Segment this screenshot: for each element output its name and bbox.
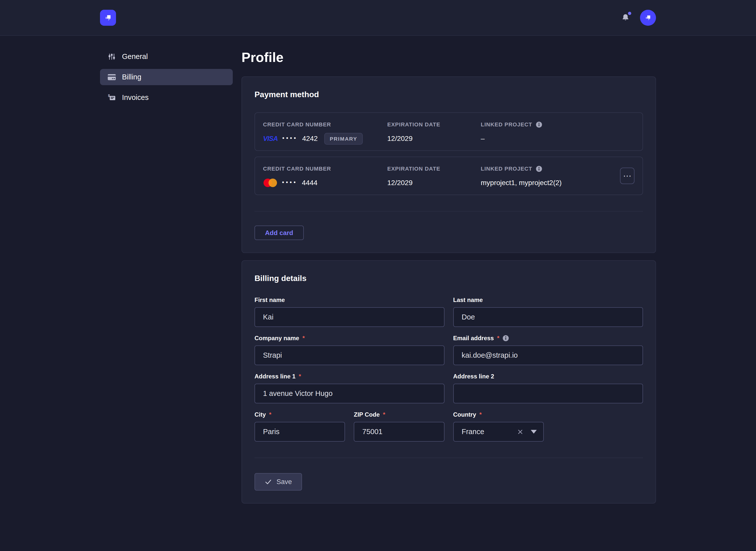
notification-dot (628, 12, 631, 15)
city-field-group: City* (254, 411, 345, 442)
card-last4: 4242 (302, 135, 318, 143)
masked-digits: •••• (282, 135, 298, 142)
sidebar-item-billing[interactable]: Billing (100, 69, 233, 85)
sidebar-item-invoices[interactable]: $ Invoices (100, 89, 233, 106)
topbar (0, 0, 756, 36)
payment-method-title: Payment method (254, 89, 643, 99)
country-field-group: Country* France (453, 411, 544, 442)
required-asterisk: * (299, 373, 301, 380)
required-asterisk: * (497, 335, 499, 342)
page-title: Profile (242, 50, 656, 64)
first-name-field-group: First name (254, 296, 445, 327)
last-name-field-group: Last name (453, 296, 643, 327)
required-asterisk: * (269, 411, 271, 418)
sidebar-item-label: Billing (122, 73, 141, 81)
address-line2-field-group: Address line 2 (453, 373, 643, 403)
info-icon[interactable] (536, 121, 542, 128)
invoice-icon: $ (107, 93, 116, 102)
card-more-options-button[interactable]: ⋯ (620, 167, 635, 184)
required-asterisk: * (302, 335, 305, 342)
billing-details-card: Billing details First name Last name Com… (242, 260, 656, 504)
address-line1-input[interactable] (254, 384, 445, 403)
zip-code-field-group: ZIP Code* (354, 411, 444, 442)
linked-project-value: – (481, 135, 485, 143)
linked-project-value: myproject1, myproject2(2) (481, 179, 562, 187)
country-select[interactable]: France (453, 422, 544, 442)
zip-code-label: ZIP Code (354, 411, 380, 418)
masked-digits: •••• (282, 179, 297, 186)
sidebar-item-label: Invoices (122, 93, 149, 102)
zip-code-input[interactable] (354, 422, 444, 442)
required-asterisk: * (383, 411, 385, 418)
expiration-date-value: 12/2029 (387, 179, 413, 187)
sidebar-item-general[interactable]: General (100, 48, 233, 65)
company-name-input[interactable] (254, 346, 445, 365)
bell-icon (621, 13, 629, 22)
billing-details-title: Billing details (254, 273, 643, 283)
last-name-input[interactable] (453, 307, 643, 327)
country-value: France (462, 428, 484, 436)
visa-logo: VISA (263, 135, 278, 143)
sidebar-item-label: General (122, 52, 148, 61)
svg-text:$: $ (108, 94, 110, 98)
email-label: Email address (453, 335, 494, 342)
credit-card-row-mastercard: CREDIT CARD NUMBER •••• 4444 EXPIRATION … (254, 157, 643, 195)
payment-divider (254, 211, 643, 211)
save-button-label: Save (276, 478, 292, 486)
notifications-button[interactable] (621, 13, 630, 22)
required-asterisk: * (480, 411, 482, 418)
address-line1-field-group: Address line 1* (254, 373, 445, 403)
address-line1-label: Address line 1 (254, 373, 295, 380)
credit-card-icon (107, 73, 116, 81)
credit-card-number-label: CREDIT CARD NUMBER (263, 121, 387, 128)
settings-sidebar: General Billing $ (100, 48, 233, 519)
user-avatar[interactable] (640, 10, 656, 26)
first-name-input[interactable] (254, 307, 445, 327)
card-last4: 4444 (302, 179, 317, 187)
credit-card-number-label: CREDIT CARD NUMBER (263, 165, 387, 172)
clear-icon[interactable] (517, 428, 524, 435)
city-input[interactable] (254, 422, 345, 442)
payment-method-card: Payment method CREDIT CARD NUMBER VISA •… (242, 76, 656, 253)
billing-divider (254, 458, 643, 458)
main-content: Profile Payment method CREDIT CARD NUMBE… (242, 48, 656, 519)
strapi-logo[interactable] (100, 10, 116, 26)
more-options-icon: ⋯ (623, 171, 632, 180)
billing-form: First name Last name Company name* Email… (254, 296, 643, 442)
expiration-date-value: 12/2029 (387, 135, 413, 143)
company-name-field-group: Company name* (254, 335, 445, 365)
last-name-label: Last name (453, 296, 483, 304)
info-icon[interactable] (503, 335, 509, 342)
linked-project-label: LINKED PROJECT (481, 121, 532, 128)
avatar-strapi-icon (644, 14, 652, 22)
city-label: City (254, 411, 266, 418)
chevron-down-icon[interactable] (531, 430, 537, 434)
first-name-label: First name (254, 296, 285, 304)
company-name-label: Company name (254, 335, 299, 342)
expiration-date-label: EXPIRATION DATE (387, 121, 481, 128)
check-icon (264, 478, 272, 486)
country-label: Country (453, 411, 476, 418)
add-card-button[interactable]: Add card (254, 225, 304, 240)
address-line2-input[interactable] (453, 384, 643, 403)
info-icon[interactable] (536, 165, 542, 172)
expiration-date-label: EXPIRATION DATE (387, 165, 481, 172)
save-button[interactable]: Save (254, 473, 302, 491)
address-line2-label: Address line 2 (453, 373, 494, 380)
strapi-logo-icon (103, 13, 112, 22)
mastercard-logo (263, 178, 277, 187)
primary-badge: PRIMARY (324, 133, 363, 145)
email-input[interactable] (453, 346, 643, 365)
credit-card-row-visa: CREDIT CARD NUMBER VISA •••• 4242 PRIMAR… (254, 112, 643, 151)
linked-project-label: LINKED PROJECT (481, 165, 532, 172)
sliders-icon (107, 52, 116, 61)
email-field-group: Email address* (453, 335, 643, 365)
